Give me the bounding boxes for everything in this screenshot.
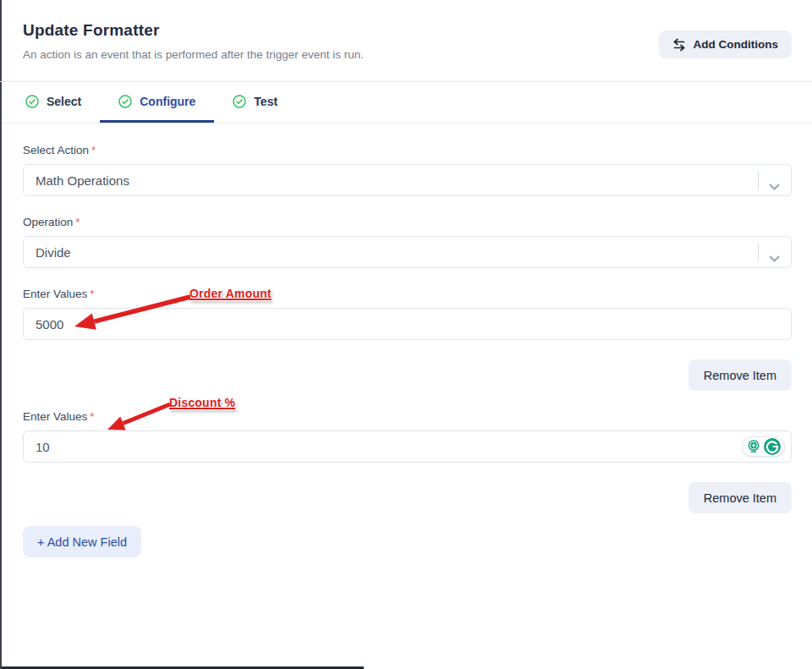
add-conditions-label: Add Conditions (694, 38, 778, 51)
enter-values-input-1[interactable] (23, 308, 792, 340)
check-circle-icon (118, 95, 132, 108)
chevron-down-icon (769, 250, 780, 265)
remove-item-button-2[interactable]: Remove Item (689, 482, 792, 513)
remove-item-button-1[interactable]: Remove Item (689, 359, 792, 391)
panel-left-edge (0, 0, 2, 669)
required-asterisk: * (75, 216, 80, 228)
operation-label: Operation* (23, 216, 792, 228)
select-action-value: Math Operations (36, 173, 129, 188)
enter-values-label-2: Enter Values* (23, 410, 792, 423)
grammarly-suggestion-icon[interactable] (745, 438, 762, 455)
enter-values-field-2 (23, 430, 792, 463)
tab-select-label: Select (47, 95, 81, 108)
update-formatter-panel: Update Formatter An action is an event t… (0, 0, 812, 669)
select-action-dropdown[interactable]: Math Operations (23, 164, 792, 196)
required-asterisk: * (91, 144, 96, 156)
tab-configure[interactable]: Configure (100, 82, 214, 123)
header: Update Formatter An action is an event t… (0, 0, 812, 82)
tab-test-label: Test (254, 95, 277, 108)
annotation-order-amount: Order Amount (189, 287, 272, 300)
grammarly-extension-pill (742, 436, 785, 457)
step-tabs: Select Configure Test (0, 82, 812, 123)
check-circle-icon (25, 95, 39, 108)
tab-configure-label: Configure (140, 95, 195, 108)
chevron-down-icon (769, 178, 780, 193)
tab-test[interactable]: Test (214, 82, 296, 123)
select-action-label: Select Action* (23, 144, 792, 156)
enter-values-input-2[interactable] (23, 430, 792, 463)
tab-select[interactable]: Select (7, 82, 100, 123)
grammarly-logo-icon[interactable] (763, 437, 782, 456)
add-new-field-button[interactable]: + Add New Field (23, 526, 141, 557)
required-asterisk: * (90, 410, 94, 423)
enter-values-label-1: Enter Values* (23, 288, 792, 300)
operation-dropdown[interactable]: Divide (23, 236, 792, 268)
remove-row-1: Remove Item (23, 359, 792, 391)
swap-horizontal-icon (672, 38, 686, 52)
enter-values-field-1 (23, 308, 792, 340)
configure-form: Select Action* Math Operations Operation… (0, 144, 812, 557)
remove-row-2: Remove Item (23, 482, 792, 513)
annotation-discount-percent: Discount % (169, 396, 235, 409)
add-conditions-button[interactable]: Add Conditions (659, 30, 792, 58)
select-divider (758, 172, 759, 190)
check-circle-icon (233, 95, 246, 108)
select-divider (758, 244, 759, 262)
operation-value: Divide (36, 245, 71, 260)
required-asterisk: * (90, 288, 94, 300)
